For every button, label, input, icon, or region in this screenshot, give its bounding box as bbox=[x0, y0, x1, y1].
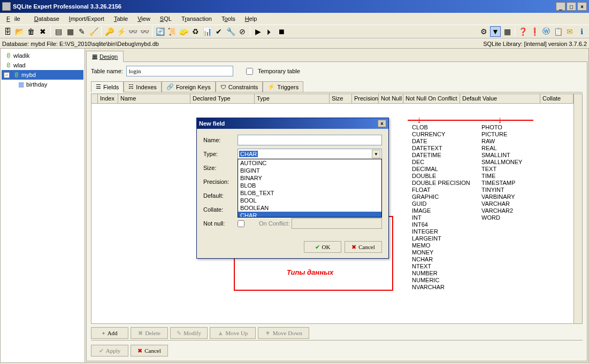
tool-other-icon[interactable]: 🔧 bbox=[225, 26, 236, 37]
gcol-notnull[interactable]: Not Null bbox=[379, 94, 403, 103]
subtab-indexes[interactable]: ☵ Indexes bbox=[124, 81, 162, 92]
tool-cancel-icon[interactable]: ⊘ bbox=[237, 26, 248, 37]
tool-table-rename-icon[interactable]: ✎ bbox=[77, 26, 87, 37]
modify-button[interactable]: ✎ Modify bbox=[170, 327, 208, 339]
notnull-checkbox[interactable] bbox=[238, 220, 244, 227]
tool-execute-icon[interactable]: ▶ bbox=[253, 26, 263, 37]
modal-cancel-button[interactable]: ✖ Cancel bbox=[345, 241, 382, 253]
type-combo[interactable]: CHAR ▼ AUTOINCBIGINTBINARYBLOBBLOB_TEXTB… bbox=[238, 149, 382, 159]
tree-item-birthday[interactable]: birthday bbox=[2, 80, 83, 89]
gcol-precision[interactable]: Precision bbox=[352, 94, 379, 103]
type-item: VARCHAR bbox=[481, 200, 522, 207]
cancel-button[interactable]: ✖ Cancel bbox=[131, 345, 168, 357]
subtab-triggers[interactable]: ⚡ Triggers bbox=[263, 81, 303, 92]
dropdown-item[interactable]: BOOLEAN bbox=[238, 204, 381, 212]
menu-help[interactable]: Help bbox=[241, 14, 262, 23]
tree-toggle-icon[interactable]: − bbox=[4, 72, 10, 78]
tool-db-open-icon[interactable]: 📂 bbox=[14, 26, 25, 37]
cancel-icon: ✖ bbox=[351, 244, 356, 251]
gcol-name[interactable]: Name bbox=[118, 94, 190, 103]
tree-item-wladik[interactable]: 🛢 wladik bbox=[2, 51, 83, 60]
tool-analyze-icon[interactable]: 📊 bbox=[202, 26, 212, 37]
tool-vacuum-icon[interactable]: 🧽 bbox=[178, 26, 189, 37]
menu-file[interactable]: File bbox=[2, 14, 29, 23]
menu-sql[interactable]: SQL bbox=[156, 14, 176, 23]
tool-db-close-icon[interactable]: 🗑 bbox=[26, 26, 36, 37]
tool-view-new-icon[interactable]: 👓 bbox=[127, 26, 138, 37]
close-button[interactable]: × bbox=[577, 2, 587, 11]
gcol-marker[interactable] bbox=[91, 94, 98, 103]
dropdown-item[interactable]: AUTOINC bbox=[238, 159, 381, 167]
move-up-button[interactable]: ▲ Move Up bbox=[210, 327, 256, 339]
add-button[interactable]: + Add bbox=[91, 327, 128, 339]
tool-script-icon[interactable]: 📜 bbox=[166, 26, 177, 37]
dropdown-item[interactable]: BIGINT bbox=[238, 167, 381, 174]
subtab-fields[interactable]: ☰ Fields bbox=[91, 81, 124, 92]
tool-stop-icon[interactable]: ⏹ bbox=[276, 26, 287, 37]
tool-mail-icon[interactable]: ✉ bbox=[564, 26, 575, 37]
grid-scrollbar[interactable] bbox=[573, 94, 582, 323]
tool-options-icon[interactable]: ⚙ bbox=[478, 26, 489, 37]
dropdown-item[interactable]: BLOB bbox=[238, 182, 381, 189]
tool-table-del-icon[interactable]: ▦ bbox=[65, 26, 75, 37]
dropdown-item[interactable]: BLOB_TEXT bbox=[238, 189, 381, 197]
gcol-nnoc[interactable]: Not Null On Conflict bbox=[403, 94, 460, 103]
tool-index-icon[interactable]: 🔑 bbox=[104, 26, 114, 37]
apply-button[interactable]: ✔ Apply bbox=[91, 345, 128, 357]
tab-design[interactable]: ▦ Design bbox=[86, 51, 124, 62]
table-name-input[interactable] bbox=[126, 66, 233, 76]
gcol-index[interactable]: Index bbox=[98, 94, 118, 103]
tool-trigger-icon[interactable]: ⚡ bbox=[116, 26, 126, 37]
tool-help-icon[interactable]: ❓ bbox=[517, 26, 528, 37]
menu-view[interactable]: View bbox=[133, 14, 155, 23]
type-dropdown[interactable]: AUTOINCBIGINTBINARYBLOBBLOB_TEXTBOOLBOOL… bbox=[238, 159, 382, 218]
tree-item-wlad[interactable]: 🛢 wlad bbox=[2, 60, 83, 70]
ok-button[interactable]: ✔ OK bbox=[304, 241, 341, 253]
maximize-button[interactable]: □ bbox=[567, 2, 576, 11]
move-down-button[interactable]: ▼ Move Down bbox=[258, 327, 309, 339]
type-item: VARBINARY bbox=[481, 193, 522, 200]
tool-filter-icon[interactable]: ▼ bbox=[490, 26, 501, 37]
app-icon bbox=[2, 2, 11, 11]
dropdown-item[interactable]: BINARY bbox=[238, 174, 381, 182]
tool-forum-icon[interactable]: 📋 bbox=[553, 26, 563, 37]
database-tree[interactable]: 🛢 wladik 🛢 wlad − 🛢 mybd birthday bbox=[1, 49, 85, 362]
tool-table-new-icon[interactable]: ▤ bbox=[53, 26, 64, 37]
tool-grid-icon[interactable]: ▦ bbox=[502, 26, 512, 37]
tool-reindex-icon[interactable]: ♻ bbox=[190, 26, 201, 37]
tool-db-new-icon[interactable]: 🗄 bbox=[2, 26, 13, 37]
combo-dropdown-button[interactable]: ▼ bbox=[372, 150, 380, 158]
gcol-collate[interactable]: Collate bbox=[540, 94, 573, 103]
tool-check-icon[interactable]: ✔ bbox=[213, 26, 224, 37]
tool-refresh-icon[interactable]: 🔄 bbox=[155, 26, 165, 37]
tool-db-remove-icon[interactable]: ✖ bbox=[37, 26, 48, 37]
tool-table-empty-icon[interactable]: 🧹 bbox=[88, 26, 99, 37]
dropdown-item[interactable]: CHAR bbox=[238, 212, 381, 218]
tool-about-icon[interactable]: ℹ bbox=[576, 26, 587, 37]
gcol-type[interactable]: Type bbox=[255, 94, 330, 103]
type-item: DOUBLE bbox=[412, 173, 470, 180]
onconflict-combo[interactable] bbox=[292, 218, 382, 229]
name-input[interactable] bbox=[238, 135, 382, 145]
tool-execute-current-icon[interactable]: ⏵ bbox=[264, 26, 275, 37]
tree-item-mybd[interactable]: − 🛢 mybd bbox=[2, 70, 83, 80]
dropdown-item[interactable]: BOOL bbox=[238, 197, 381, 204]
tool-support-icon[interactable]: ❗ bbox=[529, 26, 540, 37]
menu-tools[interactable]: Tools bbox=[217, 14, 240, 23]
minimize-button[interactable]: _ bbox=[556, 2, 565, 11]
delete-button[interactable]: ✖ Delete bbox=[131, 327, 168, 339]
menu-transaction[interactable]: Transaction bbox=[177, 14, 216, 23]
tool-view-del-icon[interactable]: 👓 bbox=[139, 26, 150, 37]
temporary-checkbox[interactable] bbox=[246, 68, 253, 75]
modal-close-button[interactable]: × bbox=[378, 120, 386, 127]
tree-label: mybd bbox=[21, 72, 36, 78]
subtab-foreign-keys[interactable]: 🔗 Foreign Keys bbox=[162, 81, 216, 92]
tool-web-icon[interactable]: ⓦ bbox=[541, 26, 552, 37]
subtab-constraints[interactable]: 🛡 Constraints bbox=[216, 81, 263, 92]
gcol-default[interactable]: Default Value bbox=[460, 94, 540, 103]
menu-import-export[interactable]: Import/Export bbox=[65, 14, 109, 23]
menu-table[interactable]: Table bbox=[110, 14, 132, 23]
gcol-size[interactable]: Size bbox=[330, 94, 352, 103]
menu-database[interactable]: Database bbox=[30, 14, 64, 23]
gcol-declared[interactable]: Declared Type bbox=[190, 94, 255, 103]
